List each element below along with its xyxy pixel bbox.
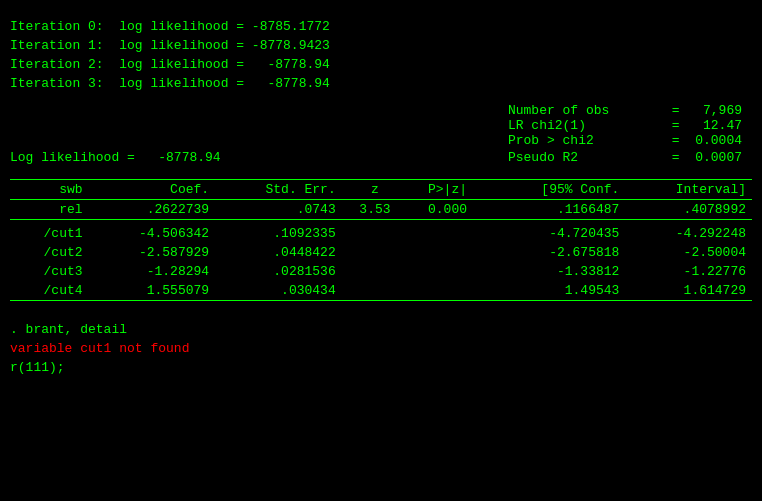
cut-cell: /cut4 bbox=[10, 281, 89, 301]
iteration-line: Iteration 2: log likelihood = -8778.94 bbox=[10, 56, 752, 75]
cut-cell: -1.28294 bbox=[89, 262, 216, 281]
footer-line: r(111); bbox=[10, 359, 752, 378]
col-header: Interval] bbox=[625, 180, 752, 200]
table-cell: .4078992 bbox=[625, 200, 752, 220]
cut-cell: -1.33812 bbox=[487, 262, 626, 281]
cut-cell bbox=[408, 262, 487, 281]
cut-cell: .030434 bbox=[215, 281, 342, 301]
cut-cell: -4.720435 bbox=[487, 224, 626, 243]
cut-cell: -1.22776 bbox=[625, 262, 752, 281]
table-header-row: swbCoef.Std. Err.zP>|z|[95% Conf.Interva… bbox=[10, 180, 752, 200]
table-cell: rel bbox=[10, 200, 89, 220]
iteration-line: Iteration 1: log likelihood = -8778.9423 bbox=[10, 37, 752, 56]
cut-cell: .0448422 bbox=[215, 243, 342, 262]
cut-cell bbox=[342, 243, 409, 262]
cut-cell: /cut1 bbox=[10, 224, 89, 243]
cut-cell: .0281536 bbox=[215, 262, 342, 281]
iteration-line: Iteration 3: log likelihood = -8778.94 bbox=[10, 75, 752, 94]
cut-row: /cut41.555079.0304341.495431.614729 bbox=[10, 281, 752, 301]
col-header: P>|z| bbox=[408, 180, 487, 200]
cut-cell: 1.555079 bbox=[89, 281, 216, 301]
iterations-block: Iteration 0: log likelihood = -8785.1772… bbox=[10, 18, 752, 93]
cut-cell: -2.675818 bbox=[487, 243, 626, 262]
table-cell: .0743 bbox=[215, 200, 342, 220]
cut-cell: -2.50004 bbox=[625, 243, 752, 262]
log-likelihood-line: Log likelihood = -8778.94 bbox=[10, 150, 221, 165]
col-header: Std. Err. bbox=[215, 180, 342, 200]
col-header: z bbox=[342, 180, 409, 200]
footer-line: . brant, detail bbox=[10, 321, 752, 340]
table-cell: 3.53 bbox=[342, 200, 409, 220]
cut-row: /cut2-2.587929.0448422-2.675818-2.50004 bbox=[10, 243, 752, 262]
pseudo-r2-line: Pseudo R2 = 0.0007 bbox=[508, 150, 752, 165]
table-cell: .2622739 bbox=[89, 200, 216, 220]
cut-cell: .1092335 bbox=[215, 224, 342, 243]
cut-row: /cut3-1.28294.0281536-1.33812-1.22776 bbox=[10, 262, 752, 281]
stats-block: Number of obs = 7,969 LR chi2(1) = 12.47… bbox=[508, 103, 752, 148]
cut-cell: -4.292248 bbox=[625, 224, 752, 243]
cut-cell: -2.587929 bbox=[89, 243, 216, 262]
terminal-output: Iteration 0: log likelihood = -8785.1772… bbox=[10, 8, 752, 378]
cut-cell bbox=[342, 281, 409, 301]
cut-cell: /cut3 bbox=[10, 262, 89, 281]
cut-cell bbox=[408, 243, 487, 262]
col-header: swb bbox=[10, 180, 89, 200]
footer-commands: . brant, detailvariable cut1 not foundr(… bbox=[10, 321, 752, 378]
cut-cell: -4.506342 bbox=[89, 224, 216, 243]
cut-cell bbox=[342, 262, 409, 281]
table-row: rel.2622739.07433.530.000.1166487.407899… bbox=[10, 200, 752, 220]
table-cell: .1166487 bbox=[487, 200, 626, 220]
cut-cell: /cut2 bbox=[10, 243, 89, 262]
cut-cell: 1.49543 bbox=[487, 281, 626, 301]
col-header: [95% Conf. bbox=[487, 180, 626, 200]
cut-cell bbox=[408, 224, 487, 243]
iteration-line: Iteration 0: log likelihood = -8785.1772 bbox=[10, 18, 752, 37]
cut-row: /cut1-4.506342.1092335-4.720435-4.292248 bbox=[10, 224, 752, 243]
cut-cell bbox=[408, 281, 487, 301]
col-header: Coef. bbox=[89, 180, 216, 200]
footer-line: variable cut1 not found bbox=[10, 340, 752, 359]
regression-table: swbCoef.Std. Err.zP>|z|[95% Conf.Interva… bbox=[10, 179, 752, 301]
table-cell: 0.000 bbox=[408, 200, 487, 220]
cut-cell bbox=[342, 224, 409, 243]
cut-cell: 1.614729 bbox=[625, 281, 752, 301]
